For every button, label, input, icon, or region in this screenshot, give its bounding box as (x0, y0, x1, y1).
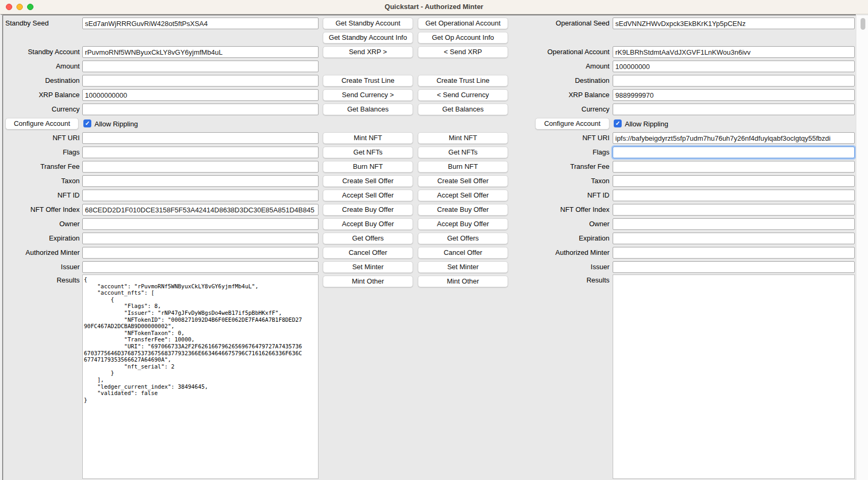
operational-taxon-label: Taxon (512, 175, 609, 187)
standby-mint-nft-button[interactable]: Mint NFT (323, 132, 413, 144)
operational-accept-sell-offer-button[interactable]: Accept Sell Offer (418, 190, 508, 201)
standby-get-nfts-button[interactable]: Get NFTs (323, 147, 413, 158)
operational-transfer-fee-label: Transfer Fee (512, 161, 609, 173)
operational-cancel-offer-button[interactable]: Cancel Offer (418, 247, 508, 259)
standby-create-buy-offer-button[interactable]: Create Buy Offer (323, 204, 413, 216)
operational-configure-account-button[interactable]: Configure Account (535, 118, 609, 130)
operational-get-balances-button[interactable]: Get Balances (418, 104, 508, 115)
operational-seed-label: Operational Seed (512, 18, 609, 29)
standby-owner-input[interactable] (82, 218, 319, 230)
standby-accept-sell-offer-button[interactable]: Accept Sell Offer (323, 190, 413, 201)
standby-account-input[interactable] (82, 46, 319, 58)
standby-get-balances-button[interactable]: Get Balances (323, 104, 413, 115)
scrollbar-thumb[interactable] (861, 18, 865, 30)
operational-owner-label: Owner (512, 218, 609, 230)
operational-owner-input[interactable] (613, 218, 855, 230)
operational-create-buy-offer-button[interactable]: Create Buy Offer (418, 204, 508, 216)
standby-taxon-label: Taxon (5, 175, 80, 187)
standby-flags-input[interactable] (82, 147, 319, 158)
standby-nft-offer-index-label: NFT Offer Index (5, 204, 80, 216)
standby-nft-id-input[interactable] (82, 190, 319, 201)
operational-currency-input[interactable] (613, 104, 855, 115)
standby-destination-label: Destination (5, 75, 80, 87)
standby-seed-input[interactable] (82, 18, 319, 29)
standby-flags-label: Flags (5, 147, 80, 158)
standby-cancel-offer-button[interactable]: Cancel Offer (323, 247, 413, 259)
operational-allow-rippling-checkbox[interactable]: ✓ (614, 119, 622, 127)
operational-nft-uri-input[interactable] (613, 132, 855, 144)
send-xrp-to-operational-button[interactable]: Send XRP > (323, 46, 413, 58)
standby-taxon-input[interactable] (82, 175, 319, 187)
operational-set-minter-button[interactable]: Set Minter (418, 261, 508, 273)
standby-results-label: Results (5, 275, 80, 286)
standby-xrp-balance-label: XRP Balance (5, 89, 80, 101)
operational-xrp-balance-input[interactable] (613, 89, 855, 101)
send-xrp-to-standby-button[interactable]: < Send XRP (418, 46, 508, 58)
standby-expiration-input[interactable] (82, 233, 319, 244)
operational-results-label: Results (512, 275, 609, 286)
standby-create-sell-offer-button[interactable]: Create Sell Offer (323, 175, 413, 187)
get-standby-account-info-button[interactable]: Get Standby Account Info (323, 32, 413, 44)
operational-flags-label: Flags (512, 147, 609, 158)
standby-mint-other-button[interactable]: Mint Other (323, 276, 413, 287)
standby-accept-buy-offer-button[interactable]: Accept Buy Offer (323, 218, 413, 230)
get-standby-account-button[interactable]: Get Standby Account (323, 18, 413, 29)
operational-destination-label: Destination (512, 75, 609, 87)
send-currency-to-operational-button[interactable]: Send Currency > (323, 89, 413, 101)
operational-nft-offer-index-input[interactable] (613, 204, 855, 216)
standby-allow-rippling-label: Allow Rippling (94, 119, 138, 131)
operational-xrp-balance-label: XRP Balance (512, 89, 609, 101)
operational-mint-nft-button[interactable]: Mint NFT (418, 132, 508, 144)
standby-amount-label: Amount (5, 61, 80, 72)
standby-currency-input[interactable] (82, 104, 319, 115)
standby-authorized-minter-input[interactable] (82, 247, 319, 259)
standby-issuer-input[interactable] (82, 261, 319, 273)
checkmark-icon: ✓ (85, 120, 90, 126)
operational-seed-input[interactable] (613, 18, 855, 29)
standby-nft-id-label: NFT ID (5, 190, 80, 201)
operational-nft-id-input[interactable] (613, 190, 855, 201)
standby-amount-input[interactable] (82, 61, 319, 72)
standby-allow-rippling-checkbox[interactable]: ✓ (83, 119, 91, 127)
operational-amount-input[interactable] (613, 61, 855, 72)
standby-nft-offer-index-input[interactable] (82, 204, 319, 216)
standby-transfer-fee-input[interactable] (82, 161, 319, 173)
operational-amount-label: Amount (512, 61, 609, 72)
operational-get-nfts-button[interactable]: Get NFTs (418, 147, 508, 158)
vertical-scrollbar[interactable] (856, 15, 868, 480)
title-bar: Quickstart - Authorized Minter (0, 0, 868, 14)
operational-expiration-input[interactable] (613, 233, 855, 244)
operational-create-sell-offer-button[interactable]: Create Sell Offer (418, 175, 508, 187)
standby-destination-input[interactable] (82, 75, 319, 87)
send-currency-to-standby-button[interactable]: < Send Currency (418, 89, 508, 101)
operational-authorized-minter-label: Authorized Minter (512, 247, 609, 259)
window-title: Quickstart - Authorized Minter (0, 3, 868, 11)
checkmark-icon: ✓ (615, 120, 620, 126)
operational-mint-other-button[interactable]: Mint Other (418, 276, 508, 287)
standby-xrp-balance-input[interactable] (82, 89, 319, 101)
standby-set-minter-button[interactable]: Set Minter (323, 261, 413, 273)
operational-taxon-input[interactable] (613, 175, 855, 187)
standby-get-offers-button[interactable]: Get Offers (323, 233, 413, 244)
standby-expiration-label: Expiration (5, 233, 80, 244)
operational-destination-input[interactable] (613, 75, 855, 87)
standby-configure-account-button[interactable]: Configure Account (5, 118, 79, 130)
standby-create-trust-line-button[interactable]: Create Trust Line (323, 75, 413, 87)
operational-create-trust-line-button[interactable]: Create Trust Line (418, 75, 508, 87)
operational-authorized-minter-input[interactable] (613, 247, 855, 259)
operational-results-textarea[interactable] (613, 275, 855, 479)
get-op-account-info-button[interactable]: Get Op Account Info (418, 32, 508, 44)
get-operational-account-button[interactable]: Get Operational Account (418, 18, 508, 29)
standby-burn-nft-button[interactable]: Burn NFT (323, 161, 413, 173)
operational-burn-nft-button[interactable]: Burn NFT (418, 161, 508, 173)
standby-nft-uri-input[interactable] (82, 132, 319, 144)
operational-get-offers-button[interactable]: Get Offers (418, 233, 508, 244)
operational-issuer-input[interactable] (613, 261, 855, 273)
standby-results-textarea[interactable]: { "account": "rPuvmoRNf5WNByuxCkLY8vGY6y… (82, 275, 319, 479)
operational-expiration-label: Expiration (512, 233, 609, 244)
operational-flags-input[interactable] (613, 147, 855, 158)
operational-account-input[interactable] (613, 46, 855, 58)
operational-accept-buy-offer-button[interactable]: Accept Buy Offer (418, 218, 508, 230)
operational-transfer-fee-input[interactable] (613, 161, 855, 173)
operational-nft-offer-index-label: NFT Offer Index (512, 204, 609, 216)
